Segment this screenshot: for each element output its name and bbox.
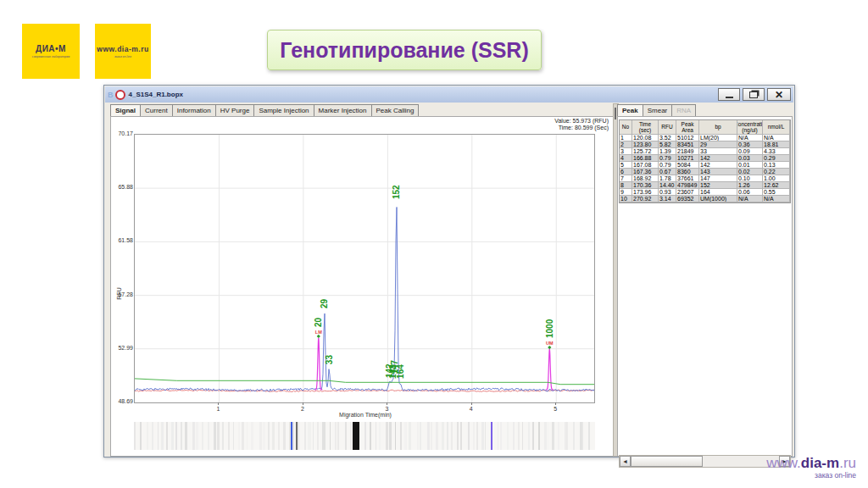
gel-texture (473, 422, 475, 450)
slide-title-box: Генотипирование (SSR) (267, 30, 542, 70)
gel-texture (350, 422, 352, 450)
tab-smear[interactable]: Smear (643, 104, 673, 116)
table-row[interactable]: 6167.360.6783601430.020.22 (620, 169, 790, 175)
readout-time: 80.599 (Sec) (575, 125, 609, 130)
x-tick-label: 5 (549, 406, 561, 412)
minimize-button[interactable] (718, 88, 740, 101)
gel-texture (335, 422, 337, 450)
gel-texture (171, 422, 174, 450)
gel-texture (379, 422, 381, 450)
scroll-left-arrow-icon[interactable]: ◄ (620, 456, 631, 467)
table-row[interactable]: 3125.721.3921849330.094.33 (620, 148, 790, 155)
application-window: B 4_S1S4_R1.bopx ✕ SignalCurrentInformat… (103, 85, 795, 458)
splitter-grip-icon (615, 108, 616, 119)
tab-rna[interactable]: RNA (671, 104, 696, 116)
table-cell: N/A (763, 135, 790, 141)
tab-peak-calling[interactable]: Peak Calling (371, 104, 420, 116)
tab-hv-purge[interactable]: HV Purge (215, 104, 255, 116)
table-cell: 37661 (676, 175, 699, 182)
table-row[interactable]: 8170.3614.404798491521.2612.62 (620, 182, 790, 189)
table-row[interactable]: 10270.923.1469352UM(1000)N/AN/A (620, 196, 790, 202)
gel-texture (507, 422, 509, 450)
table-cell: 1.26 (737, 182, 763, 189)
diam-site-logo-subtitle: заказ on-line (114, 55, 131, 58)
diam-logo: ДИА•М современные лаборатории (22, 24, 80, 79)
peak-table: NoTime(sec)RFUPeakAreabpConcentratio(ng/… (619, 119, 791, 203)
gel-texture (476, 422, 479, 450)
tab-peak[interactable]: Peak (617, 104, 643, 116)
x-axis-title: Migration Time(min) (289, 412, 442, 418)
scrollbar-thumb[interactable] (631, 456, 703, 467)
table-cell: 0.13 (763, 162, 790, 169)
gel-texture (233, 422, 234, 450)
gel-texture (386, 422, 388, 450)
readout-time-label: Time: (559, 125, 573, 130)
gel-texture (292, 422, 294, 450)
table-cell: 168.92 (632, 175, 659, 182)
table-row[interactable]: 7168.921.78376611470.101.00 (620, 175, 790, 182)
table-cell: 0.03 (737, 155, 763, 162)
gel-texture (468, 422, 470, 450)
table-cell: 3.52 (659, 135, 676, 141)
gel-texture (166, 422, 168, 450)
gel-texture (158, 422, 159, 450)
gel-texture (544, 422, 547, 450)
column-header: nmol/L (763, 120, 790, 135)
gel-texture (242, 422, 244, 450)
tab-signal[interactable]: Signal (110, 104, 141, 116)
slide-title: Генотипирование (SSR) (280, 38, 529, 63)
table-cell: 164 (699, 189, 737, 196)
slide: { "slide": { "title": "Генотипирование (… (0, 0, 868, 488)
gel-texture (522, 422, 523, 450)
restore-button[interactable] (743, 88, 765, 101)
table-row[interactable]: 1120.083.5251012LM(20)N/AN/A (620, 135, 790, 141)
tab-information[interactable]: Information (172, 104, 216, 116)
gel-texture (263, 422, 265, 450)
gel-texture (573, 422, 576, 450)
tab-current[interactable]: Current (140, 104, 173, 116)
gel-texture (345, 422, 347, 450)
table-cell: 167.36 (632, 169, 659, 175)
table-row[interactable]: 2123.805.8283451290.3618.81 (620, 141, 790, 148)
peak-size-label: 164 (396, 364, 405, 379)
table-cell: 2 (620, 141, 632, 148)
table-cell: 0.29 (763, 155, 790, 162)
tab-marker-injection[interactable]: Marker Injection (314, 104, 372, 116)
electropherogram-plot[interactable]: 2933142143147152164LM20UM1000 (134, 134, 593, 402)
table-cell: 1 (620, 135, 632, 141)
tab-sample-injection[interactable]: Sample Injection (253, 104, 314, 116)
table-row[interactable]: 5167.080.7950841420.010.13 (620, 162, 790, 169)
gel-texture (360, 422, 361, 450)
table-cell: 29 (699, 141, 737, 148)
gel-texture (181, 422, 182, 450)
table-row[interactable]: 4166.880.79102711420.030.29 (620, 155, 790, 162)
table-cell: 143 (699, 169, 737, 175)
y-tick-label: 61.58 (111, 237, 133, 243)
app-logo-icon (115, 90, 125, 100)
gel-texture (161, 422, 164, 450)
table-cell: 125.72 (632, 148, 659, 155)
close-button[interactable]: ✕ (767, 88, 791, 101)
diam-logo-title: ДИА•М (36, 44, 66, 53)
gel-texture (268, 422, 270, 450)
window-tabs: SignalCurrentInformationHV PurgeSample I… (110, 103, 612, 116)
table-cell: 1.78 (659, 175, 676, 182)
diam-site-logo-title: www.dia-m.ru (97, 45, 148, 53)
table-cell: 6 (620, 169, 632, 175)
gel-band (353, 422, 359, 450)
window-titlebar[interactable]: B 4_S1S4_R1.bopx ✕ (105, 86, 793, 103)
x-tick-label: 2 (297, 406, 309, 412)
table-cell: 147 (699, 175, 737, 182)
table-cell: 83451 (676, 141, 699, 148)
table-cell: 23607 (676, 189, 699, 196)
plot-canvas[interactable]: 2933142143147152164LM20UM1000 (134, 134, 595, 403)
gel-texture (247, 422, 248, 450)
gel-texture (337, 422, 339, 450)
table-cell: 4 (620, 155, 632, 162)
table-cell: 5.82 (659, 141, 676, 148)
horizontal-scrollbar[interactable]: ◄ ► (619, 455, 791, 468)
x-tick-mark (303, 402, 303, 405)
table-row[interactable]: 9173.960.93236071640.060.55 (620, 189, 790, 196)
table-cell: 3.14 (659, 196, 676, 202)
gel-texture (498, 422, 498, 450)
